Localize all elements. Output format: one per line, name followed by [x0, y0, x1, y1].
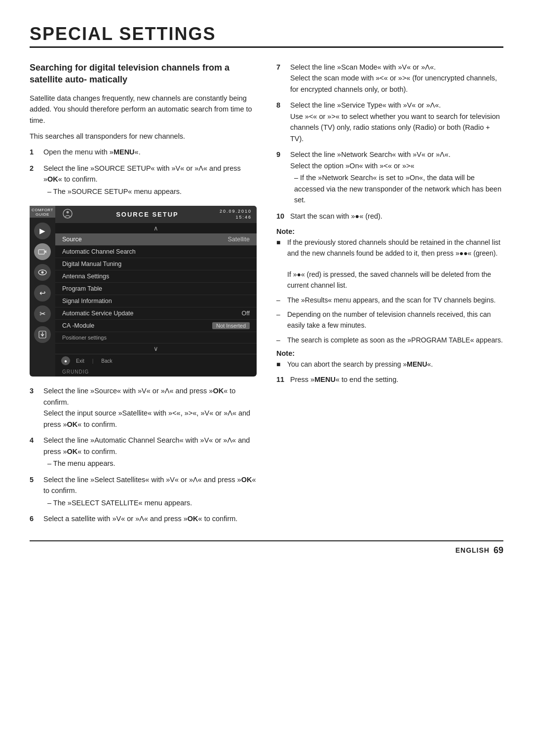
steps-list-right: 7 Select the line »Scan Mode« with »V« o… — [276, 62, 503, 222]
steps-list-left: 1 Open the menu with »MENU«. 2 Select th… — [30, 147, 257, 197]
tv-menu-ca-module-label: CA -Module — [62, 322, 94, 329]
tv-date: 20.09.2010 — [220, 209, 252, 215]
left-column: Searching for digital television channel… — [30, 62, 257, 530]
note-body-4: The search is complete as soon as the »P… — [287, 335, 503, 346]
step-7: 7 Select the line »Scan Mode« with »V« o… — [276, 62, 503, 95]
footer-lang: ENGLISH — [456, 546, 490, 554]
tv-menu-signal-info-label: Signal Information — [62, 298, 112, 304]
tv-menu-auto-service: Automatic Service Update Off — [55, 307, 257, 320]
tv-menu-positioner: Positioner settings — [55, 332, 257, 343]
tv-menu-antenna-label: Antenna Settings — [62, 273, 109, 280]
step-body-10: Start the scan with »●« (red). — [290, 211, 503, 222]
svg-point-3 — [41, 271, 44, 274]
step-body-5: Select the line »Select Satellites« with… — [43, 474, 257, 508]
tv-screen: SOURCE SETUP 20.09.2010 15:46 ∧ Source S… — [55, 206, 257, 377]
note-bullet-1: ■ — [276, 237, 283, 291]
tv-menu-source-label: Source — [62, 236, 82, 243]
step-5: 5 Select the line »Select Satellites« wi… — [30, 474, 257, 508]
tv-menu-positioner-label: Positioner settings — [62, 335, 107, 340]
tv-menu-auto-channel: Automatic Channel Search — [55, 246, 257, 258]
step-11-list: 11 Press »MENU« to end the setting. — [276, 374, 503, 385]
tv-menu-program-table-label: Program Table — [62, 285, 102, 292]
svg-rect-0 — [38, 250, 44, 254]
tv-icon-back: ↩ — [34, 285, 51, 302]
note-item-2: – The »Results« menu appears, and the sc… — [276, 295, 503, 306]
step-body-3: Select the line »Source« with »V« or »Λ«… — [43, 385, 257, 430]
tv-header-icon — [60, 208, 75, 221]
note-section-1: Note: ■ If the previously stored channel… — [276, 227, 503, 345]
note-bullet-5: ■ — [276, 359, 283, 370]
footer-page-num: 69 — [494, 545, 503, 556]
tv-screen-datetime: 20.09.2010 15:46 — [220, 209, 252, 220]
tv-menu-program-table: Program Table — [55, 283, 257, 295]
tv-icon-play: ▶ — [34, 223, 51, 239]
step-num-4: 4 — [30, 435, 38, 469]
tv-menu-source: Source Satellite — [55, 233, 257, 246]
step-num-5: 5 — [30, 474, 38, 508]
tv-icon-download — [34, 326, 51, 343]
tv-sidebar-top-label: COMFORT GUIDE — [30, 206, 55, 218]
tv-time: 15:46 — [220, 215, 252, 221]
step-num-11: 11 — [276, 374, 285, 385]
tv-screen-title: SOURCE SETUP — [75, 211, 220, 218]
svg-point-6 — [63, 209, 72, 218]
step-3: 3 Select the line »Source« with »V« or »… — [30, 385, 257, 430]
tv-footer-separator: | — [92, 358, 94, 364]
step-num-1: 1 — [30, 147, 38, 157]
step-body-4: Select the line »Automatic Channel Searc… — [43, 435, 257, 469]
note-item-5: ■ You can abort the search by pressing »… — [276, 359, 503, 370]
tv-screen-footer: ● Exit | Back — [55, 354, 257, 367]
tv-icon-eye — [34, 264, 51, 281]
tv-menu-antenna: Antenna Settings — [55, 270, 257, 283]
steps-list-left-2: 3 Select the line »Source« with »V« or »… — [30, 385, 257, 524]
step-10: 10 Start the scan with »●« (red). — [276, 211, 503, 222]
tv-sidebar: COMFORT GUIDE ▶ — [30, 206, 55, 377]
note-item-1: ■ If the previously stored channels shou… — [276, 237, 503, 291]
note-item-3: – Depending on the number of television … — [276, 309, 503, 331]
tv-sidebar-icons: ▶ ↩ ✂ — [34, 218, 51, 377]
step-2: 2 Select the line »SOURCE SETUP« with »V… — [30, 163, 257, 197]
tv-menu-auto-service-value: Off — [242, 310, 250, 317]
tv-screen-header: SOURCE SETUP 20.09.2010 15:46 — [55, 206, 257, 223]
tv-icon-scissors: ✂ — [34, 305, 51, 322]
step-num-9: 9 — [276, 149, 285, 205]
tv-menu-signal-info: Signal Information — [55, 295, 257, 307]
right-column: 7 Select the line »Scan Mode« with »V« o… — [276, 62, 503, 530]
note-section-2: Note: ■ You can abort the search by pres… — [276, 349, 503, 370]
tv-btn-ok: ● — [61, 356, 70, 365]
page-title: SPECIAL SETTINGS — [30, 24, 503, 48]
step-num-6: 6 — [30, 513, 38, 524]
step-num-8: 8 — [276, 100, 285, 144]
intro-text-2: This searches all transponders for new c… — [30, 131, 257, 142]
tv-icon-camera — [34, 243, 51, 260]
tv-footer-exit-label: Exit — [76, 358, 84, 364]
note-title-2: Note: — [276, 349, 503, 357]
note-body-5: You can abort the search by pressing »ME… — [287, 359, 503, 370]
step-8: 8 Select the line »Service Type« with »V… — [276, 100, 503, 144]
step-4: 4 Select the line »Automatic Channel Sea… — [30, 435, 257, 469]
step-body-7: Select the line »Scan Mode« with »V« or … — [290, 62, 503, 95]
page-footer: ENGLISH 69 — [30, 540, 503, 556]
tv-arrow-up: ∧ — [55, 223, 257, 233]
tv-mockup: COMFORT GUIDE ▶ — [30, 206, 257, 377]
step-num-7: 7 — [276, 62, 285, 95]
tv-menu-auto-channel-label: Automatic Channel Search — [62, 248, 136, 255]
tv-menu-source-value: Satellite — [228, 236, 250, 243]
section-heading: Searching for digital television channel… — [30, 62, 257, 86]
note-bullet-4: – — [276, 335, 283, 346]
step-body-11: Press »MENU« to end the setting. — [290, 374, 503, 385]
tv-brand-label: GRUNDIG — [55, 367, 257, 377]
note-body-1: If the previously stored channels should… — [287, 237, 503, 291]
tv-arrow-down: ∨ — [55, 343, 257, 354]
note-body-2: The »Results« menu appears, and the scan… — [287, 295, 503, 306]
step-6: 6 Select a satellite with »V« or »Λ« and… — [30, 513, 257, 524]
step-body-8: Select the line »Service Type« with »V« … — [290, 100, 503, 144]
note-title-1: Note: — [276, 227, 503, 235]
tv-menu-ca-module-value: Not Inserted — [212, 322, 250, 329]
step-body-9: Select the line »Network Search« with »V… — [290, 149, 503, 205]
step-body-1: Open the menu with »MENU«. — [43, 147, 257, 157]
step-11: 11 Press »MENU« to end the setting. — [276, 374, 503, 385]
tv-footer-back-label: Back — [101, 358, 112, 364]
step-num-2: 2 — [30, 163, 38, 197]
tv-menu-auto-service-label: Automatic Service Update — [62, 310, 134, 317]
